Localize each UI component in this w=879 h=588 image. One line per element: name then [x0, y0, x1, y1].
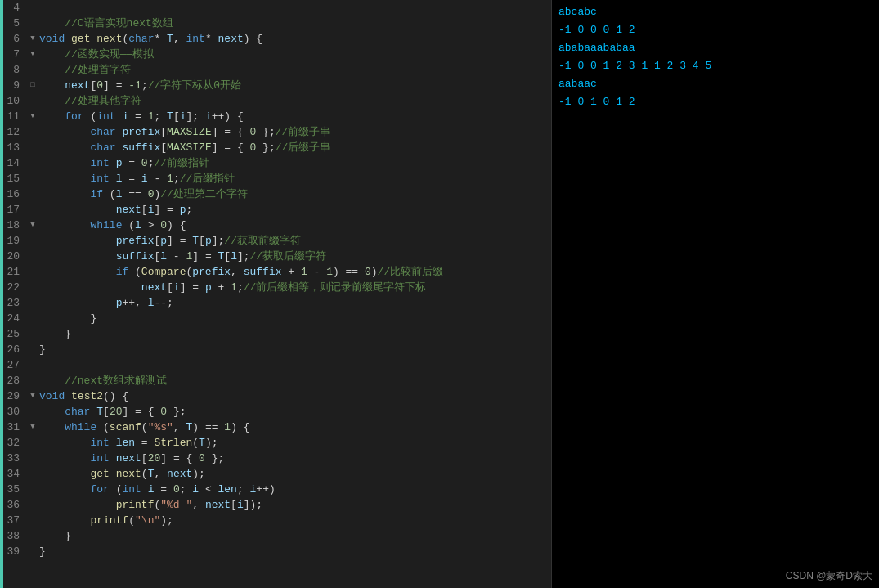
table-row: 4 — [3, 0, 551, 16]
line-content: int next[20] = { 0 }; — [39, 451, 551, 466]
line-content: printf("\n"); — [39, 513, 551, 528]
line-number: 32 — [3, 435, 26, 451]
table-row: 35 for (int i = 0; i < len; i++) — [3, 482, 551, 497]
line-number: 8 — [3, 62, 26, 78]
table-row: 21 if (Compare(prefix, suffix + 1 - 1) =… — [3, 264, 551, 280]
table-row: 37 printf("\n"); — [3, 513, 551, 528]
line-number: 31 — [3, 420, 26, 435]
line-content: } — [39, 544, 551, 559]
line-number: 23 — [3, 295, 26, 311]
output-line: -1 0 1 0 1 2 — [558, 93, 872, 111]
line-content: //处理首字符 — [39, 62, 551, 78]
line-number: 35 — [3, 482, 26, 497]
table-row: 18▼ while (l > 0) { — [3, 218, 551, 233]
table-row: 39} — [3, 544, 551, 559]
line-content: if (l == 0)//处理第二个字符 — [39, 186, 551, 202]
line-number: 28 — [3, 373, 26, 388]
line-number: 37 — [3, 513, 26, 528]
line-number: 17 — [3, 202, 26, 218]
output-line: abcabc — [558, 3, 872, 21]
collapse-indicator[interactable]: ▼ — [26, 218, 39, 233]
table-row: 5 //C语言实现next数组 — [3, 16, 551, 31]
line-content: if (Compare(prefix, suffix + 1 - 1) == 0… — [39, 264, 551, 280]
table-row: 16 if (l == 0)//处理第二个字符 — [3, 186, 551, 202]
line-content: next[i] = p + 1;//前后缀相等，则记录前缀尾字符下标 — [39, 280, 551, 295]
line-number: 12 — [3, 124, 26, 140]
table-row: 12 char prefix[MAXSIZE] = { 0 };//前缀子串 — [3, 124, 551, 140]
line-number: 26 — [3, 342, 26, 357]
line-number: 39 — [3, 544, 26, 559]
line-number: 25 — [3, 326, 26, 342]
line-content: char T[20] = { 0 }; — [39, 404, 551, 420]
table-row: 14 int p = 0;//前缀指针 — [3, 155, 551, 171]
line-content: char prefix[MAXSIZE] = { 0 };//前缀子串 — [39, 124, 551, 140]
collapse-indicator[interactable]: ▼ — [26, 47, 39, 62]
line-content: p++, l--; — [39, 295, 551, 311]
line-content: suffix[l - 1] = T[l];//获取后缀字符 — [39, 249, 551, 264]
table-row: 9□ next[0] = -1;//字符下标从0开始 — [3, 78, 551, 93]
line-number: 21 — [3, 264, 26, 280]
table-row: 36 printf("%d ", next[i]); — [3, 497, 551, 513]
line-content: printf("%d ", next[i]); — [39, 497, 551, 513]
csdn-watermark: CSDN @蒙奇D索大 — [786, 569, 872, 583]
line-number: 15 — [3, 171, 26, 186]
line-content: int l = i - 1;//后缀指针 — [39, 171, 551, 186]
table-row: 29▼void test2() { — [3, 388, 551, 404]
line-number: 6 — [3, 31, 26, 47]
line-number: 29 — [3, 388, 26, 404]
line-content: } — [39, 326, 551, 342]
table-row: 30 char T[20] = { 0 }; — [3, 404, 551, 420]
collapse-indicator[interactable]: ▼ — [26, 109, 39, 124]
line-number: 4 — [3, 0, 26, 16]
table-row: 6▼void get_next(char* T, int* next) { — [3, 31, 551, 47]
collapse-indicator[interactable]: ▼ — [26, 31, 39, 47]
line-number: 33 — [3, 451, 26, 466]
line-content: char suffix[MAXSIZE] = { 0 };//后缀子串 — [39, 140, 551, 155]
line-content: int p = 0;//前缀指针 — [39, 155, 551, 171]
table-row: 27 — [3, 357, 551, 373]
line-number: 14 — [3, 155, 26, 171]
line-content: //函数实现——模拟 — [39, 47, 551, 62]
line-content: next[i] = p; — [39, 202, 551, 218]
table-row: 32 int len = Strlen(T); — [3, 435, 551, 451]
line-number: 11 — [3, 109, 26, 124]
table-row: 25 } — [3, 326, 551, 342]
output-panel: abcabc-1 0 0 0 1 2ababaaababaa-1 0 0 1 2… — [551, 0, 879, 588]
line-number: 38 — [3, 528, 26, 544]
line-content: int len = Strlen(T); — [39, 435, 551, 451]
line-number: 20 — [3, 249, 26, 264]
table-row: 15 int l = i - 1;//后缀指针 — [3, 171, 551, 186]
table-row: 22 next[i] = p + 1;//前后缀相等，则记录前缀尾字符下标 — [3, 280, 551, 295]
table-row: 38 } — [3, 528, 551, 544]
collapse-indicator[interactable]: ▼ — [26, 388, 39, 404]
output-line: -1 0 0 1 2 3 1 1 2 3 4 5 — [558, 57, 872, 75]
line-number: 5 — [3, 16, 26, 31]
table-row: 34 get_next(T, next); — [3, 466, 551, 482]
table-row: 10 //处理其他字符 — [3, 93, 551, 109]
table-row: 24 } — [3, 311, 551, 326]
line-number: 22 — [3, 280, 26, 295]
line-number: 36 — [3, 497, 26, 513]
line-content: //C语言实现next数组 — [39, 16, 551, 31]
output-line: ababaaababaa — [558, 39, 872, 57]
line-number: 19 — [3, 233, 26, 249]
line-content: prefix[p] = T[p];//获取前缀字符 — [39, 233, 551, 249]
line-number: 10 — [3, 93, 26, 109]
line-content: get_next(T, next); — [39, 466, 551, 482]
table-row: 23 p++, l--; — [3, 295, 551, 311]
table-row: 33 int next[20] = { 0 }; — [3, 451, 551, 466]
line-content: } — [39, 528, 551, 544]
collapse-indicator[interactable]: □ — [26, 78, 39, 93]
table-row: 26} — [3, 342, 551, 357]
table-row: 8 //处理首字符 — [3, 62, 551, 78]
line-number: 27 — [3, 357, 26, 373]
line-content: next[0] = -1;//字符下标从0开始 — [39, 78, 551, 93]
editor-panel: 45 //C语言实现next数组6▼void get_next(char* T,… — [3, 0, 551, 588]
line-content: void test2() { — [39, 388, 551, 404]
line-content: for (int i = 0; i < len; i++) — [39, 482, 551, 497]
line-number: 30 — [3, 404, 26, 420]
collapse-indicator[interactable]: ▼ — [26, 420, 39, 435]
line-number: 16 — [3, 186, 26, 202]
line-number: 24 — [3, 311, 26, 326]
line-content: //处理其他字符 — [39, 93, 551, 109]
